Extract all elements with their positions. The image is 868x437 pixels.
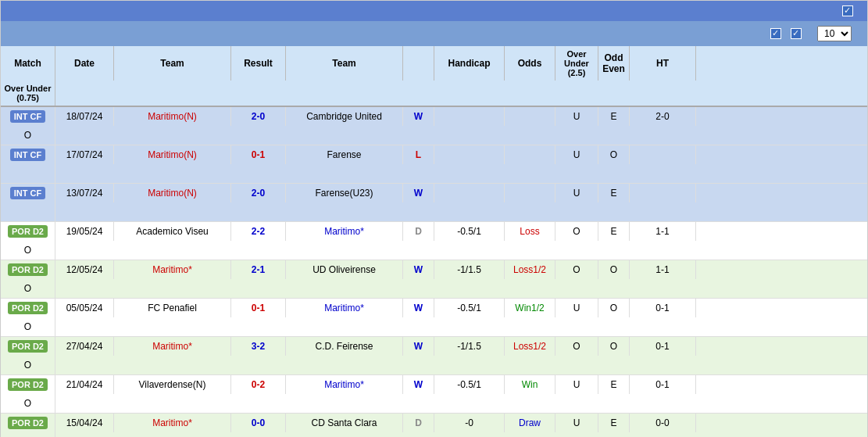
- cell-odd-even: O: [598, 299, 630, 317]
- cell-match: POR D2: [1, 414, 55, 432]
- col-team2: Team: [286, 46, 403, 81]
- cell-wd: W: [403, 337, 434, 356]
- cell-over-under: O: [555, 337, 598, 356]
- table-row: POR D2 19/05/24 Academico Viseu 2-2 Mari…: [1, 222, 867, 260]
- cell-result: 0-1: [231, 145, 286, 164]
- cell-team1: Academico Viseu: [114, 222, 231, 241]
- cell-odd-even: O: [598, 145, 630, 164]
- match-badge: INT CF: [10, 149, 45, 161]
- col-team1: Team: [114, 46, 231, 81]
- cell-wd: W: [403, 375, 434, 394]
- cell-wd: D: [403, 222, 434, 241]
- cell-match: INT CF: [1, 184, 55, 202]
- table-row: POR D2 21/04/24 Vilaverdense(N) 0-2 Mari…: [1, 375, 867, 414]
- cell-odds: Loss1/2: [505, 260, 555, 279]
- col-result: Result: [231, 46, 286, 81]
- col-odd-even: Odd Even: [598, 46, 630, 81]
- table-row: POR D2 15/04/24 Maritimo* 0-0 CD Santa C…: [1, 414, 867, 437]
- pord2-filter-label[interactable]: [791, 28, 805, 39]
- table-row: INT CF 18/07/24 Maritimo(N) 2-0 Cambridg…: [1, 107, 867, 145]
- col-wd: [403, 46, 434, 81]
- table-row: POR D2 12/05/24 Maritimo* 2-1 UD Oliveir…: [1, 260, 867, 299]
- cell-team2: C.D. Feirense: [286, 337, 403, 356]
- pord2-checkbox[interactable]: [791, 28, 802, 39]
- match-badge: POR D2: [8, 340, 48, 353]
- cell-over-under-075: O: [1, 356, 55, 374]
- table-body: INT CF 18/07/24 Maritimo(N) 2-0 Cambridg…: [1, 107, 867, 437]
- cell-team2: Cambridge United: [286, 107, 403, 126]
- header-bar: [1, 1, 867, 21]
- cell-ht: [630, 145, 696, 164]
- cell-ht: 2-0: [630, 107, 696, 126]
- cell-odds: Loss1/2: [505, 337, 555, 356]
- cell-date: 17/07/24: [55, 145, 114, 164]
- col-date: Date: [55, 46, 114, 81]
- cell-odd-even: E: [598, 375, 630, 394]
- cell-over-under: U: [555, 414, 598, 432]
- cell-wd: W: [403, 299, 434, 317]
- cell-team2: UD Oliveirense: [286, 260, 403, 279]
- cell-date: 05/05/24: [55, 299, 114, 317]
- cell-team1: Vilaverdense(N): [114, 375, 231, 394]
- games-select[interactable]: 10 20 30: [817, 26, 852, 41]
- cell-over-under-075: O: [1, 126, 55, 145]
- cell-match: POR D2: [1, 337, 55, 356]
- cell-team1: FC Penafiel: [114, 299, 231, 317]
- table-header: Match Date Team Result Team Handicap Odd…: [1, 46, 867, 107]
- cell-team2: Maritimo*: [286, 222, 403, 241]
- match-badge: POR D2: [8, 225, 48, 238]
- cell-over-under-075: O: [1, 279, 55, 298]
- cell-over-under-075: [1, 202, 55, 221]
- cell-handicap: -0: [434, 414, 505, 432]
- cell-wd: W: [403, 184, 434, 202]
- display-notes-checkbox[interactable]: [842, 5, 853, 16]
- cell-handicap: -1/1.5: [434, 337, 505, 356]
- cell-result: 0-0: [231, 414, 286, 432]
- cell-date: 27/04/24: [55, 337, 114, 356]
- cell-ht: [630, 184, 696, 202]
- cell-result: 2-0: [231, 107, 286, 126]
- cell-result: 0-1: [231, 299, 286, 317]
- cell-over-under: O: [555, 222, 598, 241]
- cell-handicap: -0.5/1: [434, 375, 505, 394]
- cell-date: 12/05/24: [55, 260, 114, 279]
- cell-team1: Maritimo*: [114, 260, 231, 279]
- col-over-under-075: Over Under (0.75): [1, 81, 55, 106]
- cell-ht: 0-1: [630, 337, 696, 356]
- cell-odd-even: O: [598, 260, 630, 279]
- cell-match: INT CF: [1, 107, 55, 126]
- match-badge: POR D2: [8, 263, 48, 276]
- cell-ht: 1-1: [630, 260, 696, 279]
- cell-over-under-075: U: [1, 432, 55, 437]
- intcf-filter-label[interactable]: [770, 28, 784, 39]
- col-match: Match: [1, 46, 55, 81]
- cell-date: 18/07/24: [55, 107, 114, 126]
- cell-date: 21/04/24: [55, 375, 114, 394]
- cell-wd: L: [403, 145, 434, 164]
- cell-odd-even: O: [598, 337, 630, 356]
- col-handicap: Handicap: [434, 46, 505, 81]
- cell-match: POR D2: [1, 299, 55, 317]
- cell-result: 0-2: [231, 375, 286, 394]
- cell-date: 15/04/24: [55, 414, 114, 432]
- cell-team2: Maritimo*: [286, 375, 403, 394]
- cell-odds: Win1/2: [505, 299, 555, 317]
- cell-ht: 0-1: [630, 375, 696, 394]
- cell-over-under: U: [555, 375, 598, 394]
- table-row: INT CF 17/07/24 Maritimo(N) 0-1 Farense …: [1, 145, 867, 184]
- main-container: 10 20 30 Match Date Team Result Team Han…: [0, 0, 868, 437]
- cell-result: 2-2: [231, 222, 286, 241]
- cell-handicap: -1/1.5: [434, 260, 505, 279]
- cell-over-under-075: O: [1, 394, 55, 413]
- cell-odds: Draw: [505, 414, 555, 432]
- cell-ht: 0-0: [630, 414, 696, 432]
- cell-wd: D: [403, 414, 434, 432]
- cell-ht: 0-1: [630, 299, 696, 317]
- intcf-checkbox[interactable]: [770, 28, 781, 39]
- cell-over-under-075: O: [1, 241, 55, 260]
- cell-wd: W: [403, 107, 434, 126]
- cell-result: 3-2: [231, 337, 286, 356]
- match-badge: POR D2: [8, 378, 48, 391]
- cell-match: POR D2: [1, 260, 55, 279]
- cell-date: 19/05/24: [55, 222, 114, 241]
